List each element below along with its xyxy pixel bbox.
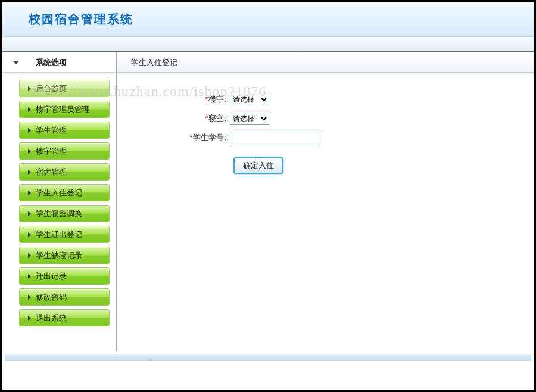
sidebar-item-label: 楼宇管理员管理 [36,104,90,115]
sidebar-item-home[interactable]: 后台首页 [19,80,110,97]
sidebar-item-label: 学生寝室调换 [36,209,82,219]
sidebar-title: 系统选项 [36,57,67,68]
sidebar-item-label: 学生缺寝记录 [36,250,82,261]
sidebar-item-label: 学生迁出登记 [36,229,82,240]
required-mark: * [189,133,192,142]
app-title: 校园宿舍管理系统 [29,11,133,27]
chevron-right-icon [28,191,31,195]
sidebar-item-student-checkout[interactable]: 学生迁出登记 [19,226,110,243]
chevron-right-icon [28,128,31,133]
menu-list: 后台首页 楼宇管理员管理 学生管理 楼宇管理 宿舍管理 学生入住登记 学生寝室调… [2,73,116,326]
submit-button[interactable]: 确定入住 [233,157,283,174]
chevron-right-icon [28,86,31,91]
building-select[interactable]: 请选择 [230,94,269,105]
chevron-right-icon [28,295,31,300]
chevron-right-icon [28,107,31,112]
row-student-id: *学生学号: [117,129,534,147]
sidebar-item-student-checkin[interactable]: 学生入住登记 [19,184,110,201]
sidebar-item-checkout-records[interactable]: 迁出记录 [19,267,110,285]
content-panel: 学生入住登记 https://www.huzhan.com/ishop21876… [117,52,534,351]
page-title: 学生入住登记 [131,57,177,68]
sidebar-item-building-manage[interactable]: 楼宇管理 [19,142,110,160]
chevron-right-icon [28,316,31,321]
required-mark: * [205,114,208,123]
required-mark: * [205,95,208,104]
sidebar-item-student-manage[interactable]: 学生管理 [19,122,110,139]
sidebar-item-label: 楼宇管理 [36,146,67,157]
sidebar-item-label: 退出系统 [36,313,67,323]
row-room: *寝室: 请选择 [117,110,534,127]
room-label: *寝室: [117,113,230,124]
sidebar-item-label: 迁出记录 [36,271,67,282]
toolbar-strip [2,37,534,52]
form-area: https://www.huzhan.com/ishop21876 *楼宇: 请… [117,73,534,351]
footer-strip [5,354,531,361]
sidebar-item-label: 修改密码 [36,292,67,303]
submit-row: 确定入住 [117,157,534,174]
student-id-label: *学生学号: [117,132,230,143]
chevron-right-icon [28,274,31,279]
app-header: 校园宿舍管理系统 [2,2,534,37]
sidebar-item-dorm-manage[interactable]: 宿舍管理 [19,163,110,181]
main-area: 系统选项 后台首页 楼宇管理员管理 学生管理 楼宇管理 宿舍管理 学生入住登记 … [2,52,534,351]
sidebar-item-change-password[interactable]: 修改密码 [19,288,110,306]
student-id-input[interactable] [230,132,320,144]
building-label: *楼宇: [117,94,230,105]
chevron-right-icon [28,211,31,216]
room-select[interactable]: 请选择 [230,113,269,125]
sidebar-item-label: 后台首页 [36,83,67,94]
sidebar-item-student-swap[interactable]: 学生寝室调换 [19,205,110,222]
chevron-right-icon [28,149,31,154]
chevron-down-icon [13,61,19,64]
chevron-right-icon [28,170,31,175]
page-title-bar: 学生入住登记 [117,52,534,73]
sidebar-item-label: 宿舍管理 [36,167,67,178]
sidebar-header[interactable]: 系统选项 [2,52,116,73]
row-building: *楼宇: 请选择 [117,91,534,108]
chevron-right-icon [28,253,31,258]
chevron-right-icon [28,232,31,237]
sidebar: 系统选项 后台首页 楼宇管理员管理 学生管理 楼宇管理 宿舍管理 学生入住登记 … [2,52,117,351]
sidebar-item-building-admin[interactable]: 楼宇管理员管理 [19,101,110,118]
sidebar-item-logout[interactable]: 退出系统 [19,309,110,326]
sidebar-item-student-absence[interactable]: 学生缺寝记录 [19,247,110,264]
sidebar-item-label: 学生管理 [36,125,67,136]
sidebar-item-label: 学生入住登记 [36,188,82,198]
